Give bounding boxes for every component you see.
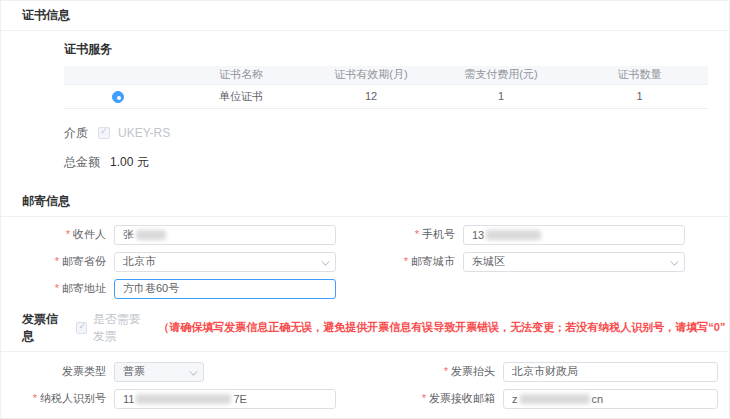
city-field: 邮寄城市 东城区 [365, 252, 729, 272]
chevron-down-icon [670, 257, 678, 265]
cert-section-title: 证书信息 [22, 7, 70, 24]
col-validity: 证书有效期(月) [311, 66, 431, 84]
email-prefix: z [512, 393, 518, 405]
table-row: 单位证书 12 1 1 [64, 84, 708, 108]
cell-qty: 1 [571, 84, 708, 108]
mail-section-body: 收件人 张 手机号 13 邮寄省份 北京市 [1, 217, 729, 305]
recipient-label: 收件人 [1, 227, 114, 242]
phone-field: 手机号 13 [365, 225, 729, 245]
certificate-order-page: 证书信息 证书服务 证书名称 证书有效期(月) 需支付费用(元) 证书数量 单位 [0, 0, 730, 419]
recipient-input[interactable]: 张 [114, 225, 336, 245]
invoice-section-body: 发票类型 普票 发票抬头 北京市财政局 纳税人识别号 11 7E [1, 352, 729, 419]
mail-section-header: 邮寄信息 [1, 187, 729, 217]
invoice-warning-text: （请确保填写发票信息正确无误，避免提供开票信息有误导致开票错误，无法变更；若没有… [158, 320, 729, 335]
cell-select [64, 84, 171, 108]
cell-cert-name: 单位证书 [171, 84, 311, 108]
invoice-email-field: 发票接收邮箱 z cn [365, 389, 729, 409]
invoice-type-field: 发票类型 普票 [1, 362, 365, 382]
invoice-email-label: 发票接收邮箱 [365, 391, 503, 406]
address-input[interactable]: 方巾巷60号 [114, 279, 336, 299]
total-value: 1.00 元 [110, 154, 149, 171]
mail-section-title: 邮寄信息 [22, 193, 70, 210]
chevron-down-icon [189, 367, 197, 375]
medium-checkbox-checked-disabled[interactable] [98, 127, 110, 139]
need-invoice-group: 是否需要发票 [76, 311, 152, 345]
total-label: 总金额 [64, 154, 100, 171]
province-select[interactable]: 北京市 [114, 252, 336, 272]
province-label: 邮寄省份 [1, 254, 114, 269]
radio-selected-icon[interactable] [112, 91, 124, 103]
phone-label: 手机号 [365, 227, 463, 242]
phone-value: 13 [472, 229, 484, 241]
recipient-field: 收件人 张 [1, 225, 365, 245]
cell-validity: 12 [311, 84, 431, 108]
total-row: 总金额 1.00 元 [64, 154, 705, 171]
cell-fee: 1 [431, 84, 571, 108]
table-header-row: 证书名称 证书有效期(月) 需支付费用(元) 证书数量 [64, 66, 708, 84]
taxid-prefix: 11 [123, 393, 134, 405]
medium-row: 介质 UKEY-RS [64, 125, 705, 142]
province-field: 邮寄省份 北京市 [1, 252, 365, 272]
col-select [64, 66, 171, 84]
redacted-text-block [486, 230, 541, 240]
phone-input[interactable]: 13 [463, 225, 685, 245]
invoice-type-value: 普票 [123, 364, 145, 379]
city-select[interactable]: 东城区 [463, 252, 685, 272]
province-value: 北京市 [123, 254, 156, 269]
taxid-input[interactable]: 11 7E [114, 389, 336, 409]
medium-option-label: UKEY-RS [118, 126, 170, 140]
taxid-label: 纳税人识别号 [1, 391, 114, 406]
invoice-type-label: 发票类型 [1, 364, 114, 379]
need-invoice-label: 是否需要发票 [93, 311, 153, 345]
cert-section-header: 证书信息 [1, 1, 729, 31]
invoice-email-input[interactable]: z cn [503, 389, 718, 409]
chevron-down-icon [321, 257, 329, 265]
address-field: 邮寄地址 方巾巷60号 [1, 279, 366, 299]
invoice-section-header: 发票信息 是否需要发票 （请确保填写发票信息正确无误，避免提供开票信息有误导致开… [1, 305, 729, 352]
need-invoice-checkbox-checked-disabled[interactable] [76, 322, 86, 334]
city-label: 邮寄城市 [365, 254, 463, 269]
redacted-text-block [136, 230, 166, 240]
recipient-value: 张 [123, 227, 134, 242]
col-fee: 需支付费用(元) [431, 66, 571, 84]
medium-label: 介质 [64, 125, 88, 142]
cert-section-body: 证书服务 证书名称 证书有效期(月) 需支付费用(元) 证书数量 单位证书 12 [1, 31, 729, 187]
redacted-text-block [520, 394, 590, 404]
invoice-title-value: 北京市财政局 [512, 364, 578, 379]
invoice-section-title: 发票信息 [22, 311, 62, 345]
invoice-title-input[interactable]: 北京市财政局 [503, 362, 718, 382]
taxid-field: 纳税人识别号 11 7E [1, 389, 365, 409]
email-suffix: cn [592, 393, 604, 405]
invoice-title-field: 发票抬头 北京市财政局 [365, 362, 729, 382]
invoice-type-select-disabled[interactable]: 普票 [114, 362, 204, 382]
address-label: 邮寄地址 [1, 281, 114, 296]
city-value: 东城区 [472, 254, 505, 269]
cert-service-table: 证书名称 证书有效期(月) 需支付费用(元) 证书数量 单位证书 12 1 1 [64, 66, 708, 109]
taxid-suffix: 7E [233, 393, 246, 405]
col-cert-name: 证书名称 [171, 66, 311, 84]
col-qty: 证书数量 [571, 66, 708, 84]
address-value: 方巾巷60号 [123, 281, 179, 296]
redacted-text-block [136, 394, 231, 404]
cert-service-subtitle: 证书服务 [64, 41, 705, 58]
invoice-title-label: 发票抬头 [365, 364, 503, 379]
